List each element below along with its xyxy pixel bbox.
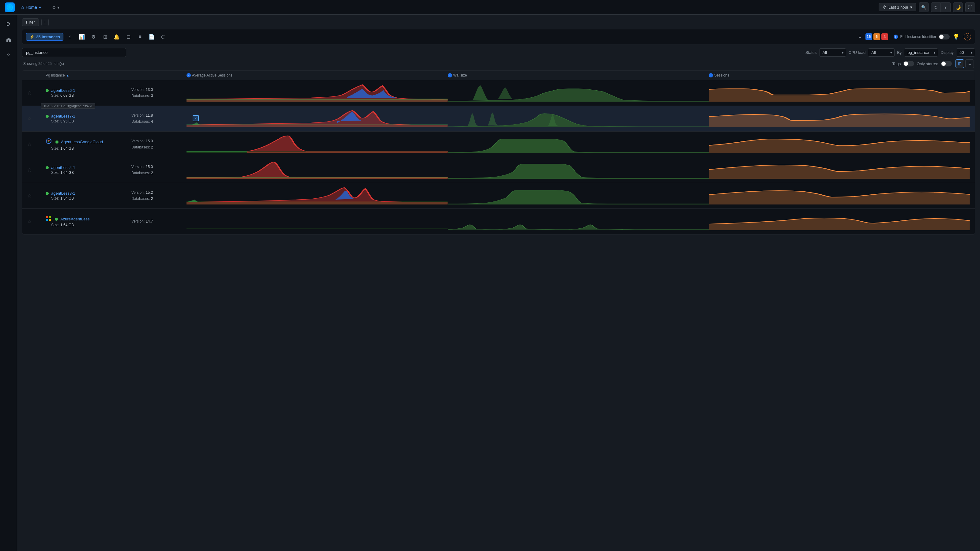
instance-info: agentLess6-1 Size: 6.08 GB — [46, 88, 131, 98]
toolbar-settings-btn[interactable]: ⚙ — [89, 32, 98, 41]
status-select[interactable]: All OK Warning Critical — [819, 48, 846, 57]
by-select[interactable]: pg_instance hostname agent — [904, 48, 938, 57]
list-view-button[interactable]: ≡ — [965, 59, 974, 68]
instance-details: Version: 14.7 — [131, 219, 186, 224]
sidebar-item-home[interactable] — [3, 34, 14, 45]
refresh-icon: ↻ — [934, 5, 938, 10]
status-indicator — [46, 166, 49, 169]
instance-name[interactable]: agentLess6-1 — [51, 88, 75, 93]
instance-name[interactable]: AzureAgentLess — [60, 217, 89, 221]
instance-meta: Size: 1.64 GB — [51, 223, 131, 227]
size-value: 6.08 GB — [60, 94, 74, 98]
sidebar-item-login[interactable] — [3, 18, 14, 29]
star-button[interactable]: ☆ — [27, 90, 32, 96]
toolbar: ⚡ 25 Instances ⌂ 📊 ⚙ ⊞ 🔔 ⊟ ≡ — [22, 29, 975, 44]
cpu-select[interactable]: All Low Medium High — [868, 48, 894, 57]
table-row: ☆ agentLess6-1 Size: 6.08 GB Version: 13… — [22, 80, 975, 106]
sidebar-item-help[interactable]: ? — [3, 50, 14, 61]
instance-details: Version: 11.8 Databases: 4 ✓ — [131, 113, 186, 124]
sessions-chart — [709, 135, 970, 154]
instance-info: AzureAgentLess Size: 1.64 GB — [46, 216, 131, 227]
refresh-button[interactable]: ↻ — [931, 2, 941, 12]
cpu-select-wrap: All Low Medium High — [868, 48, 894, 57]
star-button[interactable]: ☆ — [27, 141, 32, 147]
instance-info: AgentLessGoogleCloud Size: 1.64 GB — [46, 138, 131, 151]
stack-icon: ⊟ — [126, 34, 130, 40]
filter-button[interactable]: Filter — [22, 18, 39, 26]
display-select[interactable]: 50 25 100 — [956, 48, 975, 57]
avg-sessions-chart — [186, 160, 448, 180]
home-dropdown-icon: ▾ — [39, 5, 41, 10]
search-input[interactable] — [22, 48, 126, 57]
avg-sessions-chart — [186, 186, 448, 205]
star-button[interactable]: ☆ — [27, 219, 32, 224]
help-button[interactable]: ? — [964, 33, 971, 40]
table-row: ☆ AgentLessGoogleCloud — [22, 132, 975, 157]
list-icon: ≡ — [138, 34, 141, 40]
view-controls: Tags Only starred ⊞ ≡ — [892, 59, 974, 68]
refresh-dropdown-button[interactable]: ▾ — [941, 2, 951, 12]
star-button[interactable]: ☆ — [27, 193, 32, 198]
toolbar-stack-btn[interactable]: ⊟ — [123, 32, 133, 41]
settings-nav-button[interactable]: ⚙ ▾ — [49, 4, 62, 11]
status-indicator — [55, 218, 58, 221]
tags-toggle[interactable] — [903, 61, 914, 67]
instance-name[interactable]: agentLess7-1 — [51, 114, 75, 119]
star-button[interactable]: ☆ — [27, 116, 32, 122]
col-pg-instance-label: Pg instance — [46, 73, 65, 78]
badge-count-red[interactable]: 4 — [881, 33, 888, 40]
grid-view-button[interactable]: ⊞ — [956, 59, 964, 68]
main-content: Filter + ⚡ 25 Instances ⌂ 📊 ⚙ ⊞ — [17, 15, 980, 551]
time-range-picker[interactable]: ⏱ Last 1 hour ▾ — [879, 3, 916, 11]
star-cell: ☆ — [27, 90, 46, 96]
full-instance-toggle[interactable] — [939, 34, 950, 40]
badge-count-orange[interactable]: 6 — [873, 33, 880, 40]
sessions-chart — [709, 186, 970, 205]
row-ip-label: 163.172.161.219@agentLess7-1 — [41, 103, 95, 109]
toolbar-alert-btn[interactable]: 🔔 — [112, 32, 122, 41]
avg-sessions-chart — [186, 109, 448, 128]
instance-name[interactable]: agentLess4-1 — [51, 165, 75, 170]
toolbar-doc-btn[interactable]: 📄 — [147, 32, 156, 41]
instance-name[interactable]: AgentLessGoogleCloud — [61, 140, 103, 144]
home-nav-button[interactable]: ⌂ Home ▾ — [18, 3, 43, 11]
instances-count: 25 Instances — [36, 35, 60, 39]
size-label: Size: 1.54 GB — [51, 196, 74, 200]
svg-point-6 — [48, 140, 49, 142]
avg-sessions-chart — [186, 83, 448, 103]
status-select-wrap: All OK Warning Critical — [819, 48, 846, 57]
fullscreen-button[interactable]: ⛶ — [965, 2, 975, 12]
table-row: 163.172.161.219@agentLess7-1 ☆ agentLess… — [22, 106, 975, 132]
badge-count-blue[interactable]: 15 — [865, 33, 872, 40]
svg-rect-16 — [49, 219, 51, 221]
checkbox-icon: ✓ — [192, 115, 199, 121]
info-icon: i — [894, 35, 898, 39]
instance-name[interactable]: agentLess3-1 — [51, 191, 75, 195]
chart-icon: 📊 — [79, 34, 85, 40]
databases-value: 2 — [151, 171, 153, 175]
wal-size-chart — [448, 212, 709, 231]
star-cell: ☆ — [27, 193, 46, 198]
only-starred-label: Only starred — [916, 62, 939, 66]
instances-icon: ⚡ — [29, 35, 34, 39]
toolbar-hex-btn[interactable]: ⬡ — [158, 32, 168, 41]
status-badges: ≡ 15 6 4 — [856, 32, 888, 41]
tags-row: Tags Only starred — [892, 61, 952, 67]
toolbar-grid-btn[interactable]: ⊞ — [100, 32, 110, 41]
gcloud-icon — [46, 138, 52, 146]
size-label: Size: 1.64 GB — [51, 170, 74, 175]
bell-icon: 🔔 — [114, 34, 120, 40]
theme-button[interactable]: 🌙 — [953, 2, 963, 12]
star-cell: ☆ — [27, 141, 46, 147]
star-button[interactable]: ☆ — [27, 167, 32, 173]
toolbar-chart-btn[interactable]: 📊 — [77, 32, 87, 41]
search-button[interactable]: 🔍 — [919, 2, 929, 12]
add-filter-button[interactable]: + — [41, 19, 49, 26]
starred-toggle[interactable] — [941, 61, 952, 67]
toolbar-list-btn[interactable]: ≡ — [135, 32, 145, 41]
instance-info: agentLess4-1 Size: 1.64 GB — [46, 165, 131, 175]
toolbar-home-btn[interactable]: ⌂ — [65, 32, 75, 41]
instances-badge[interactable]: ⚡ 25 Instances — [26, 33, 64, 41]
instance-name-row: AzureAgentLess — [46, 216, 131, 222]
light-button[interactable]: 💡 — [953, 33, 959, 40]
